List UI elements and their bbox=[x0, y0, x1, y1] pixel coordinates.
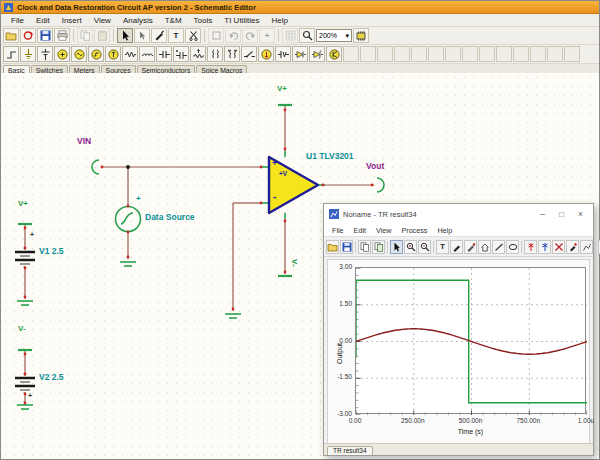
menu-item-view[interactable]: View bbox=[88, 16, 117, 25]
diagram-menu-item-file[interactable]: File bbox=[327, 226, 349, 235]
diagram-result-tab[interactable]: TR result34 bbox=[327, 446, 373, 455]
main-toolbar: T + 200% ▾ bbox=[1, 27, 599, 45]
palette-diode-button[interactable] bbox=[292, 46, 308, 62]
zoom-tool-button[interactable] bbox=[299, 28, 315, 43]
diagram-export-button[interactable] bbox=[372, 240, 385, 254]
diagram-cursor-a-button[interactable] bbox=[524, 240, 537, 254]
palette-switch-button[interactable] bbox=[241, 46, 257, 62]
add-button[interactable]: + bbox=[259, 28, 275, 43]
menu-item-help[interactable]: Help bbox=[265, 16, 293, 25]
diagram-menu-item-view[interactable]: View bbox=[371, 226, 396, 235]
diagram-marker-button[interactable] bbox=[566, 240, 579, 254]
palette-wire-button[interactable] bbox=[3, 46, 19, 62]
palette-transformer-button[interactable] bbox=[207, 46, 223, 62]
v1-polarity-sign: + bbox=[30, 231, 34, 238]
y-tick-label: 1.50 bbox=[328, 300, 352, 307]
diagram-pen-alt-button[interactable] bbox=[464, 240, 477, 254]
diagram-cursors-off-button[interactable] bbox=[552, 240, 565, 254]
window-title: Clock and Data Restoration Circuit AP ve… bbox=[17, 3, 256, 12]
power-terminals[interactable] bbox=[18, 105, 292, 350]
toolbar-separator bbox=[204, 29, 205, 42]
palette-resistor-button[interactable] bbox=[122, 46, 138, 62]
palette-controlled-source-button[interactable] bbox=[258, 46, 274, 62]
vout-label: Vout bbox=[366, 161, 384, 171]
save-button[interactable] bbox=[37, 28, 53, 43]
y-tick-label: 3.00 bbox=[328, 263, 352, 270]
diagram-open-button[interactable] bbox=[326, 240, 339, 254]
rotate-button[interactable] bbox=[208, 28, 224, 43]
print-button[interactable] bbox=[54, 28, 70, 43]
palette-inductor-button[interactable] bbox=[139, 46, 155, 62]
diagram-menu-item-help[interactable]: Help bbox=[432, 226, 457, 235]
palette-transistor-button[interactable] bbox=[326, 46, 342, 62]
diagram-window-title: Noname - TR result34 bbox=[343, 210, 531, 219]
macro-button[interactable] bbox=[353, 28, 369, 43]
zoom-level-select[interactable]: 200% ▾ bbox=[316, 29, 352, 42]
paste-button[interactable] bbox=[94, 28, 110, 43]
diagram-menu-item-process[interactable]: Process bbox=[396, 226, 432, 235]
diagram-home-button[interactable] bbox=[478, 240, 491, 254]
palette-coupled-inductors-button[interactable] bbox=[224, 46, 240, 62]
battery-v2-symbol[interactable] bbox=[15, 378, 35, 390]
ground-symbols[interactable] bbox=[17, 262, 241, 409]
copy-button[interactable] bbox=[77, 28, 93, 43]
palette-empty-slot bbox=[530, 46, 546, 62]
zoom-level-value: 200% bbox=[319, 32, 337, 39]
open-file-button[interactable] bbox=[3, 28, 19, 43]
palette-empty-slot bbox=[394, 46, 410, 62]
diagram-ellipse-button[interactable] bbox=[506, 240, 519, 254]
vin-io-tag[interactable] bbox=[92, 160, 99, 174]
diagram-text-button[interactable]: T bbox=[436, 240, 449, 254]
diagram-polyline-button[interactable] bbox=[580, 240, 593, 254]
diagram-cursor-button[interactable] bbox=[390, 240, 403, 254]
cut-wire-button[interactable] bbox=[185, 28, 201, 43]
menu-item-tools[interactable]: Tools bbox=[188, 16, 219, 25]
menu-item-insert[interactable]: Insert bbox=[56, 16, 88, 25]
opamp-ref-label: U1 TLV3201 bbox=[306, 151, 354, 161]
battery-v1-symbol[interactable] bbox=[15, 252, 35, 264]
menu-item-edit[interactable]: Edit bbox=[30, 16, 56, 25]
menu-item-t-m[interactable]: T&M bbox=[159, 16, 188, 25]
toolbar-separator bbox=[387, 241, 388, 253]
select-cursor-button[interactable] bbox=[117, 28, 133, 43]
last-component-button[interactable] bbox=[134, 28, 150, 43]
palette-pulse-source-button[interactable] bbox=[88, 46, 104, 62]
redo-button[interactable] bbox=[242, 28, 258, 43]
palette-voltage-source-button[interactable] bbox=[54, 46, 70, 62]
app-icon bbox=[4, 0, 13, 16]
dropdown-arrow-icon: ▾ bbox=[345, 32, 349, 40]
maximize-icon[interactable]: □ bbox=[554, 209, 569, 219]
diagram-window-title-bar[interactable]: Noname - TR result34 – □ × bbox=[324, 204, 593, 224]
open-recent-button[interactable] bbox=[20, 28, 36, 43]
plot-area[interactable] bbox=[355, 267, 586, 414]
diagram-cursor-b-button[interactable] bbox=[538, 240, 551, 254]
palette-capacitor-button[interactable] bbox=[156, 46, 172, 62]
diagram-save-button[interactable] bbox=[340, 240, 353, 254]
data-source-symbol[interactable] bbox=[116, 207, 141, 232]
draw-wire-button[interactable] bbox=[151, 28, 167, 43]
text-tool-button[interactable]: T bbox=[168, 28, 184, 43]
minimize-icon[interactable]: – bbox=[535, 209, 550, 219]
close-icon[interactable]: × bbox=[573, 209, 588, 219]
palette-zener-diode-button[interactable] bbox=[309, 46, 325, 62]
vout-io-tag[interactable] bbox=[377, 178, 384, 192]
diagram-zoom-in-button[interactable] bbox=[404, 240, 417, 254]
palette-voltage-generator-button[interactable] bbox=[71, 46, 87, 62]
palette-battery-button[interactable] bbox=[37, 46, 53, 62]
menu-item-analysis[interactable]: Analysis bbox=[117, 16, 159, 25]
diagram-copy-button[interactable] bbox=[358, 240, 371, 254]
undo-button[interactable] bbox=[225, 28, 241, 43]
palette-potentiometer-button[interactable] bbox=[190, 46, 206, 62]
palette-current-source-button[interactable] bbox=[105, 46, 121, 62]
diagram-pen-button[interactable] bbox=[450, 240, 463, 254]
palette-electrolytic-capacitor-button[interactable] bbox=[173, 46, 189, 62]
palette-ground-button[interactable] bbox=[20, 46, 36, 62]
diagram-zoom-out-button[interactable] bbox=[418, 240, 431, 254]
diagram-line-button[interactable] bbox=[492, 240, 505, 254]
palette-empty-slot bbox=[479, 46, 495, 62]
menu-item-file[interactable]: File bbox=[5, 16, 30, 25]
palette-voltmeter-button[interactable] bbox=[275, 46, 291, 62]
menu-item-ti-utilities[interactable]: TI Utilities bbox=[218, 16, 265, 25]
diagram-menu-item-edit[interactable]: Edit bbox=[349, 226, 371, 235]
grid-toggle-button[interactable] bbox=[282, 28, 298, 43]
